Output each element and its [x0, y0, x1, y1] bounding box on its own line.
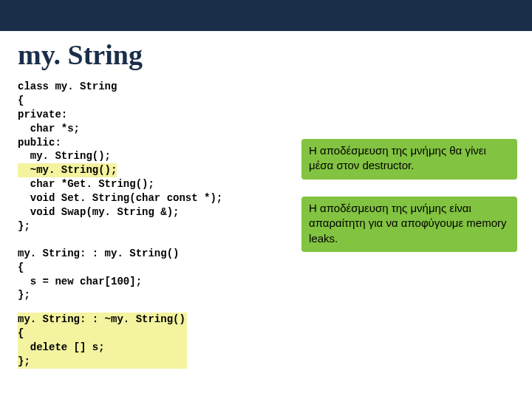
code-constructor-impl: my. String: : my. String() { s = new cha… [18, 247, 532, 303]
note-destructor: Η αποδέσμευση της μνήμης θα γίνει μέσα σ… [301, 139, 517, 180]
content-area: class my. String { private: char *s; pub… [0, 80, 532, 369]
top-bar [0, 0, 532, 31]
slide-title: my. String [18, 38, 532, 71]
code-destructor-impl: my. String: : ~my. String() { delete [] … [18, 313, 187, 369]
slide: my. String class my. String { private: c… [0, 0, 532, 399]
destructor-highlight: ~my. String(); [18, 163, 117, 177]
note-memory-leaks: Η αποδέσμευση της μνήμης είναι απαραίτητ… [301, 197, 517, 252]
